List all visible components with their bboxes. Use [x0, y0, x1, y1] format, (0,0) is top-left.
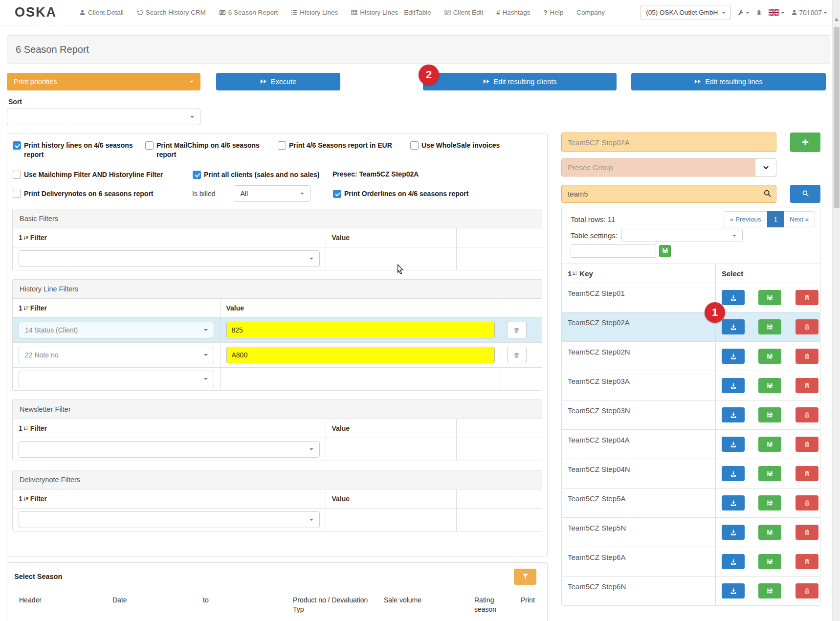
- nav-item-client-detail[interactable]: Client Detail: [79, 9, 124, 16]
- nav-item-company[interactable]: Company: [576, 9, 605, 16]
- season-filter-button[interactable]: [514, 569, 536, 585]
- nav-item-client-edit[interactable]: Client Edit: [444, 9, 484, 16]
- key-column-header[interactable]: 1Key: [562, 264, 716, 283]
- option-print-mailchimp[interactable]: Print MailChimp on 4/6 seasons report: [145, 141, 277, 159]
- load-preset-button[interactable]: [722, 495, 745, 510]
- save-preset-button[interactable]: [758, 407, 781, 422]
- save-preset-button[interactable]: [758, 349, 781, 364]
- load-preset-button[interactable]: [722, 525, 745, 540]
- sort-select[interactable]: [7, 109, 200, 125]
- load-preset-button[interactable]: [722, 583, 745, 599]
- load-preset-button[interactable]: [722, 407, 745, 422]
- page-1-button[interactable]: 1: [767, 211, 784, 227]
- remove-filter-button[interactable]: [507, 322, 527, 338]
- history-filter-select[interactable]: 22 Note no: [19, 347, 214, 363]
- option-print-orderlines[interactable]: Print Orderlines on 4/6 seasons report: [332, 189, 542, 199]
- load-preset-button[interactable]: [722, 466, 745, 481]
- search-button[interactable]: [790, 185, 820, 203]
- is-billed-select[interactable]: All: [234, 185, 310, 202]
- next-page-button[interactable]: Next »: [784, 211, 815, 227]
- delete-preset-button[interactable]: [796, 349, 818, 364]
- delete-preset-button[interactable]: [796, 554, 818, 569]
- checkbox[interactable]: [410, 141, 419, 150]
- edit-resulting-clients-button[interactable]: Edit resulting clients: [423, 73, 617, 90]
- load-preset-button[interactable]: [722, 290, 745, 305]
- delete-preset-button[interactable]: [796, 407, 818, 422]
- nav-item-search-history-crm[interactable]: Search History CRM: [137, 9, 206, 16]
- checkbox[interactable]: [278, 141, 286, 150]
- load-preset-button[interactable]: [722, 349, 745, 364]
- execute-button[interactable]: Execute: [216, 73, 340, 90]
- filter-column-header[interactable]: 1Filter: [13, 489, 326, 509]
- save-preset-button[interactable]: [758, 495, 781, 510]
- edit-resulting-lines-button[interactable]: Edit resulting lines: [631, 73, 826, 90]
- checkbox[interactable]: [333, 190, 341, 198]
- load-preset-button[interactable]: [722, 554, 745, 569]
- history-filter-value-input[interactable]: [226, 347, 495, 363]
- save-preset-button[interactable]: [758, 525, 781, 540]
- nav-item-hashtags[interactable]: # Hashtags: [496, 9, 530, 16]
- save-settings-button[interactable]: [659, 245, 671, 257]
- table-settings-select[interactable]: [621, 229, 743, 242]
- option-print-deliverynotes[interactable]: Print Deliverynotes on 6 seasons report: [12, 189, 192, 199]
- remove-filter-button[interactable]: [507, 347, 527, 363]
- print-priorities-button[interactable]: Print priorities: [7, 73, 200, 90]
- value-column-header[interactable]: Value: [326, 228, 456, 247]
- option-print-eur[interactable]: Print 4/6 Seasons report in EUR: [277, 141, 410, 159]
- nav-item-history-lines[interactable]: History Lines: [291, 9, 338, 16]
- option-mailchimp-and-historyline[interactable]: Use Mailchimp Filter AND Historyline Fil…: [12, 170, 192, 179]
- scroll-up-arrow[interactable]: [835, 18, 839, 21]
- nav-item-history-lines-edittable[interactable]: History Lines - EditTable: [351, 9, 431, 16]
- load-preset-button[interactable]: [722, 437, 745, 452]
- checkbox[interactable]: [145, 141, 154, 150]
- save-preset-button[interactable]: [758, 378, 781, 393]
- delete-preset-button[interactable]: [796, 319, 818, 334]
- save-preset-button[interactable]: [758, 583, 781, 599]
- history-filter-value-input[interactable]: [226, 322, 495, 338]
- presec-group-select[interactable]: Presec Group: [561, 158, 776, 177]
- option-print-history-lines[interactable]: Print history lines on 4/6 seasons repor…: [12, 141, 145, 159]
- newsletter-filter-select[interactable]: [19, 441, 320, 458]
- company-select[interactable]: (05) OSKA Outlet GmbH: [641, 5, 731, 20]
- scrollbar-thumb[interactable]: [834, 27, 840, 208]
- table-settings-name-input[interactable]: [571, 244, 656, 258]
- delete-preset-button[interactable]: [796, 378, 818, 393]
- load-preset-button[interactable]: [722, 378, 745, 393]
- checkbox[interactable]: [13, 171, 21, 179]
- add-presec-button[interactable]: +: [790, 133, 820, 152]
- option-wholesale-invoices[interactable]: Use WholeSale invoices: [410, 141, 542, 159]
- settings-menu[interactable]: [737, 9, 750, 16]
- history-filter-select[interactable]: [19, 371, 214, 387]
- save-preset-button[interactable]: [758, 437, 781, 452]
- checkbox[interactable]: [13, 141, 21, 150]
- value-column-header[interactable]: Value: [220, 299, 501, 318]
- delete-preset-button[interactable]: [796, 437, 818, 452]
- save-preset-button[interactable]: [758, 466, 781, 481]
- delete-preset-button[interactable]: [796, 495, 818, 510]
- app-logo[interactable]: OSKA: [15, 5, 57, 20]
- option-print-all-clients[interactable]: Print all clients (sales and no sales): [192, 170, 332, 179]
- nav-item-6-season-report[interactable]: 6 Season Report: [219, 9, 278, 16]
- checkbox[interactable]: [193, 171, 201, 179]
- deliverynote-filter-select[interactable]: [19, 511, 320, 528]
- delete-preset-button[interactable]: [796, 525, 818, 540]
- nav-item-help[interactable]: ? Help: [544, 9, 564, 16]
- debug-menu[interactable]: [756, 9, 762, 16]
- vertical-scrollbar[interactable]: [832, 0, 840, 621]
- checkbox[interactable]: [13, 190, 21, 198]
- user-menu[interactable]: 701007: [791, 9, 827, 17]
- save-preset-button[interactable]: [758, 319, 781, 334]
- chevron-down-button[interactable]: [755, 158, 776, 177]
- save-preset-button[interactable]: [758, 290, 781, 305]
- value-column-header[interactable]: Value: [326, 489, 456, 509]
- language-menu[interactable]: [769, 9, 785, 16]
- filter-column-header[interactable]: 1Filter: [13, 419, 326, 438]
- filter-column-header[interactable]: 1Filter: [13, 299, 220, 318]
- load-preset-button[interactable]: [722, 319, 745, 334]
- delete-preset-button[interactable]: [796, 466, 818, 481]
- presec-key-input[interactable]: [561, 133, 776, 152]
- presec-search-input[interactable]: [561, 185, 776, 203]
- filter-column-header[interactable]: 1Filter: [13, 228, 326, 247]
- basic-filter-select[interactable]: [19, 250, 320, 267]
- delete-preset-button[interactable]: [796, 583, 818, 599]
